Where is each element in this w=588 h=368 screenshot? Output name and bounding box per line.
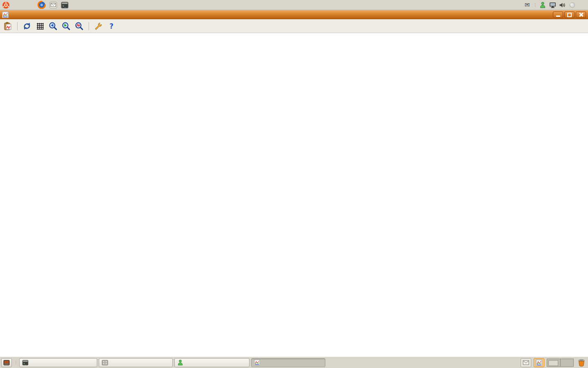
replot-button[interactable] <box>22 21 32 31</box>
gnuplot-tray-button[interactable] <box>534 358 544 367</box>
gajim-status-icon[interactable] <box>539 1 546 9</box>
volume-tray-icon[interactable] <box>559 1 566 9</box>
zoom-reset-button[interactable] <box>74 21 85 31</box>
toolbar-separator <box>17 22 18 30</box>
workspace-switcher[interactable] <box>547 359 574 367</box>
close-icon <box>579 13 583 17</box>
settings-button[interactable] <box>93 21 104 31</box>
svg-text:>_: >_ <box>62 4 66 8</box>
svg-text:>_: >_ <box>23 362 26 365</box>
display-tray-icon[interactable] <box>549 1 556 9</box>
wrench-icon <box>94 22 103 31</box>
top-panel: >_ ✉ ⋮ <box>0 0 588 10</box>
workspace-2[interactable] <box>561 359 574 366</box>
mail-launcher-icon[interactable] <box>49 1 57 9</box>
plots-canvas[interactable] <box>0 33 588 357</box>
gajim-icon <box>177 359 183 366</box>
taskbar: ⋮ >_ <box>0 357 588 368</box>
envelope-icon <box>523 360 529 365</box>
refresh-icon <box>22 22 31 31</box>
show-desktop-icon <box>3 360 10 366</box>
clipboard-icon <box>3 22 12 31</box>
taskbar-item-gajim[interactable] <box>174 358 249 367</box>
maximize-icon <box>567 13 572 17</box>
zoom-next-icon <box>62 22 71 31</box>
close-button[interactable] <box>576 11 586 18</box>
trash-button[interactable] <box>576 358 587 368</box>
panel-tray: ✉ ⋮ <box>523 0 588 10</box>
titlebar[interactable] <box>0 10 588 19</box>
help-icon: ? <box>107 22 116 31</box>
ubuntu-logo-icon[interactable] <box>2 1 10 9</box>
workspace-window-thumb <box>548 360 558 366</box>
zoom-previous-icon <box>49 22 58 31</box>
minimize-button[interactable] <box>553 11 563 18</box>
taskbar-item-file-manager[interactable] <box>99 358 173 367</box>
toolbar: ? <box>0 19 588 33</box>
trash-icon <box>577 359 586 367</box>
plot-surface[interactable] <box>0 33 588 357</box>
maximize-button[interactable] <box>564 11 575 18</box>
show-desktop-button[interactable] <box>1 358 12 367</box>
taskbar-item-terminal[interactable]: >_ <box>19 358 97 367</box>
mail-tray-icon[interactable]: ✉ <box>523 1 531 9</box>
firefox-launcher-icon[interactable] <box>38 1 46 9</box>
copy-to-clipboard-button[interactable] <box>2 21 13 31</box>
toolbar-separator <box>89 22 89 30</box>
panel-menus: >_ <box>0 0 70 10</box>
terminal-icon: >_ <box>22 360 29 366</box>
gnuplot-icon <box>536 359 542 366</box>
zoom-reset-icon <box>75 22 84 31</box>
file-manager-icon <box>102 360 108 366</box>
mail-notification-button[interactable] <box>521 358 531 367</box>
grid-icon <box>36 22 45 31</box>
gnuplot-icon <box>254 359 260 366</box>
tray-separator: ⋮ <box>533 3 537 7</box>
grid-button[interactable] <box>35 21 45 31</box>
gnuplot-window-icon <box>2 11 9 18</box>
taskbar-separator: ⋮ <box>14 360 17 365</box>
zoom-next-button[interactable] <box>61 21 71 31</box>
gnuplot-window: ? <box>0 10 588 357</box>
terminal-launcher-icon[interactable]: >_ <box>60 1 69 9</box>
workspace-1[interactable] <box>547 359 561 366</box>
minimize-icon <box>556 16 560 17</box>
help-button[interactable]: ? <box>106 21 117 31</box>
svg-text:?: ? <box>109 22 114 30</box>
taskbar-item-gnuplot[interactable] <box>251 358 325 367</box>
zoom-previous-button[interactable] <box>48 21 58 31</box>
weather-tray-icon[interactable] <box>568 1 576 9</box>
